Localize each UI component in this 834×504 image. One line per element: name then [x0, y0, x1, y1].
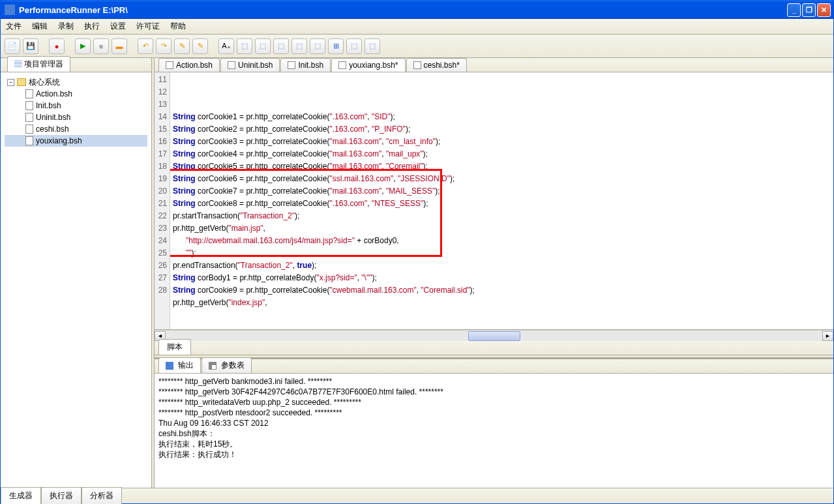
record-button[interactable]: ●	[49, 38, 65, 54]
undo-button[interactable]: ↶	[138, 38, 153, 54]
code-line: String corCookie5 = pr.http_correlateCoo…	[173, 160, 831, 173]
tree-item[interactable]: Uninit.bsh	[5, 111, 147, 123]
file-icon	[25, 89, 33, 98]
bottom-tab[interactable]: 执行器	[41, 487, 82, 504]
menubar: 文件编辑录制执行设置许可证帮助	[1, 19, 833, 35]
tree-item[interactable]: ceshi.bsh	[5, 123, 147, 135]
output-line: ******** http_getVerb bankmode3.ini fail…	[158, 376, 829, 387]
line-gutter: 111213141516171819202122232425262728	[155, 72, 170, 329]
output-line: ceshi.bsh脚本：	[158, 428, 829, 439]
tree-item[interactable]: Action.bsh	[5, 88, 147, 100]
minimize-button[interactable]: _	[787, 3, 801, 17]
menu-item[interactable]: 设置	[110, 21, 126, 32]
tool4-button[interactable]: ⬚	[291, 38, 307, 54]
output-line: 执行结果：执行成功！	[158, 449, 829, 460]
titlebar: PerformanceRunner E:\PR\ _ ❐ ✕	[1, 1, 833, 19]
script-tab[interactable]: 脚本	[158, 339, 191, 355]
app-icon	[5, 5, 15, 15]
editor-tab[interactable]: Action.bsh	[158, 58, 220, 72]
code-line: "http://cwebmail.mail.163.com/js4/main.j…	[173, 235, 831, 247]
new-button[interactable]: 📄	[5, 38, 20, 54]
output-line: ******** http_writedataVerb uup.php_2 su…	[158, 397, 829, 408]
output-tab[interactable]: 参数表	[201, 357, 252, 373]
file-icon	[413, 61, 421, 69]
bottom-tabs: 生成器执行器分析器	[1, 488, 833, 503]
code-line: String corCookie8 = pr.http_correlateCoo…	[173, 198, 831, 210]
tree-item[interactable]: youxiang.bsh	[5, 135, 147, 147]
code-line: String corCookie1 = pr.http_correlateCoo…	[173, 111, 831, 123]
file-icon	[288, 61, 295, 69]
close-button[interactable]: ✕	[817, 3, 831, 17]
output-icon	[166, 362, 173, 370]
editor-tabs: Action.bshUninit.bshInit.bshyouxiang.bsh…	[155, 58, 833, 72]
code-line: String corCookie3 = pr.http_correlateCoo…	[173, 136, 831, 148]
menu-item[interactable]: 文件	[6, 21, 22, 32]
file-icon	[25, 101, 33, 110]
output-panel: 输出参数表 ******** http_getVerb bankmode3.in…	[155, 357, 833, 488]
redo-button[interactable]: ↷	[156, 38, 171, 54]
project-manager-tab[interactable]: ▤ 项目管理器	[7, 56, 70, 72]
menu-item[interactable]: 执行	[84, 21, 100, 32]
folder-icon	[17, 78, 26, 86]
bottom-tab[interactable]: 分析器	[82, 487, 122, 504]
code-line: String corCookie4 = pr.http_correlateCoo…	[173, 148, 831, 160]
stop-button[interactable]: ■	[93, 38, 109, 54]
code-line: String corBody1 = pr.http_correlateBody(…	[173, 272, 831, 284]
code-area[interactable]: String corCookie1 = pr.http_correlateCoo…	[170, 72, 833, 329]
file-icon	[25, 136, 33, 145]
horizontal-scrollbar[interactable]: ◄ ►	[155, 330, 833, 341]
tool5-button[interactable]: ⬚	[310, 38, 325, 54]
output-line: Thu Aug 09 16:46:33 CST 2012	[158, 418, 829, 428]
output-tab[interactable]: 输出	[158, 357, 201, 373]
code-editor[interactable]: 111213141516171819202122232425262728 Str…	[155, 72, 833, 330]
code-line: pr.http_getVerb("main.jsp",	[173, 222, 831, 235]
font-button[interactable]: A₊	[218, 38, 234, 54]
file-icon	[25, 125, 33, 134]
sidebar: ▤ 项目管理器 − 核心系统 Action.bshInit.bshUninit.…	[1, 58, 152, 488]
maximize-button[interactable]: ❐	[802, 3, 816, 17]
file-icon	[25, 113, 33, 122]
file-icon	[338, 61, 346, 69]
collapse-icon[interactable]: −	[7, 79, 14, 86]
table-icon	[209, 362, 216, 370]
scroll-thumb[interactable]	[468, 331, 520, 341]
scroll-right-button[interactable]: ►	[822, 331, 833, 341]
highlight2-button[interactable]: ✎	[192, 38, 208, 54]
pause-button[interactable]: ▬	[112, 38, 127, 54]
menu-item[interactable]: 录制	[58, 21, 74, 32]
editor-tab[interactable]: Init.bsh	[280, 58, 331, 72]
editor-tab[interactable]: ceshi.bsh*	[406, 58, 467, 72]
tool3-button[interactable]: ⬚	[273, 38, 289, 54]
bottom-tab[interactable]: 生成器	[1, 487, 41, 504]
file-icon	[166, 61, 173, 69]
tool6-button[interactable]: ⊞	[328, 38, 344, 54]
menu-item[interactable]: 编辑	[32, 21, 48, 32]
output-line: ******** http_postVerb ntesdoor2 succeed…	[158, 408, 829, 418]
tool2-button[interactable]: ⬚	[255, 38, 271, 54]
window-title: PerformanceRunner E:\PR\	[18, 5, 787, 15]
save-button[interactable]: 💾	[23, 38, 38, 54]
code-line: String corCookie7 = pr.http_correlateCoo…	[173, 185, 831, 198]
tree-root[interactable]: − 核心系统	[5, 76, 147, 88]
file-icon	[228, 61, 235, 69]
code-line: pr.http_getVerb("index.jsp",	[173, 297, 831, 309]
editor-tab[interactable]: youxiang.bsh*	[331, 58, 405, 72]
code-line: String corCookie9 = pr.http_correlateCoo…	[173, 284, 831, 297]
tool7-button[interactable]: ⬚	[346, 38, 362, 54]
tool8-button[interactable]: ⬚	[365, 38, 380, 54]
code-line: "");	[173, 247, 831, 259]
project-tree: − 核心系统 Action.bshInit.bshUninit.bshceshi…	[1, 72, 151, 488]
highlight-button[interactable]: ✎	[174, 38, 190, 54]
code-line: pr.endTransaction("Transaction_2", true)…	[173, 259, 831, 272]
toolbar: 📄 💾 ● ▶ ■ ▬ ↶ ↷ ✎ ✎ A₊ ⬚ ⬚ ⬚ ⬚ ⬚ ⊞ ⬚ ⬚	[1, 35, 833, 58]
tree-item[interactable]: Init.bsh	[5, 100, 147, 111]
code-line: String corCookie2 = pr.http_correlateCoo…	[173, 123, 831, 136]
output-text[interactable]: ******** http_getVerb bankmode3.ini fail…	[155, 374, 833, 488]
menu-item[interactable]: 许可证	[136, 21, 160, 32]
editor-tab[interactable]: Uninit.bsh	[220, 58, 280, 72]
tool1-button[interactable]: ⬚	[237, 38, 252, 54]
menu-item[interactable]: 帮助	[170, 21, 186, 32]
output-line: 执行结束，耗时15秒。	[158, 439, 829, 449]
code-line: pr.startTransaction("Transaction_2");	[173, 210, 831, 222]
run-button[interactable]: ▶	[75, 38, 91, 54]
